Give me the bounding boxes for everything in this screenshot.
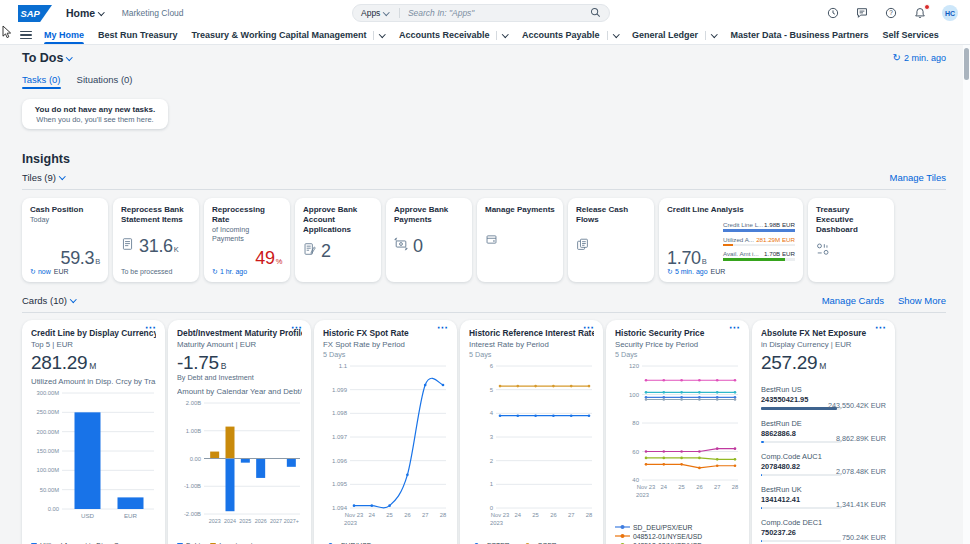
scrollbar[interactable] <box>963 45 970 544</box>
svg-text:25: 25 <box>678 484 684 490</box>
manage-cards-link[interactable]: Manage Cards <box>822 295 884 306</box>
svg-text:1.099: 1.099 <box>332 386 348 392</box>
tile-cash-position[interactable]: Cash PositionToday59.3B↻nowEUR <box>22 198 108 282</box>
exposure-display-value: 1,341.41K EUR <box>836 500 886 509</box>
exposure-label: Comp.Code DEC1 <box>761 518 886 527</box>
chevron-down-icon[interactable] <box>67 54 73 60</box>
exposure-row: BestRun UK1341412.411,341.41K EUR <box>761 485 886 510</box>
nav-tab-separator <box>705 31 706 40</box>
svg-text:100: 100 <box>629 391 640 397</box>
svg-text:1.098: 1.098 <box>332 410 348 416</box>
tile-credit-line-analysis[interactable]: Credit Line Analysis1.70BCredit Line L..… <box>659 198 803 282</box>
nav-tab-accounts-payable[interactable]: Accounts Payable <box>522 26 618 44</box>
card-chart-title: Amount by Calendar Year and Debt/... <box>177 387 302 396</box>
card-credit-line-by-display-currency[interactable]: ⋯Credit Line by Display CurrencyTop 5 | … <box>22 320 165 544</box>
tile-treasury-executive-dashboard[interactable]: Treasury Executive Dashboard <box>808 198 894 282</box>
svg-text:1.095: 1.095 <box>332 481 348 487</box>
bar-chart: 300.00M250.00M200.00M150.00M100.00M50.00… <box>31 388 156 522</box>
home-menu-button[interactable]: Home <box>66 7 104 19</box>
card-historic-fx-spot-rate[interactable]: ⋯Historic FX Spot RateFX Spot Rate by Pe… <box>314 320 457 544</box>
tile-refresh-label: ↻now <box>30 268 51 276</box>
tile-reprocessing-rate[interactable]: Reprocessing Rateof Incoming Payments49%… <box>204 198 290 282</box>
tile-release-cash-flows[interactable]: Release Cash Flows <box>568 198 654 282</box>
card-chart: 300.00M250.00M200.00M150.00M100.00M50.00… <box>31 388 156 526</box>
tile-title: Treasury Executive Dashboard <box>816 205 886 235</box>
search-icon[interactable] <box>590 4 601 22</box>
tile-approve-bank-payments[interactable]: Approve Bank Payments0 <box>386 198 472 282</box>
exposure-row: BestRun DE8862886.88,862.89K EUR <box>761 419 886 444</box>
tiles-filter[interactable]: Tiles (9) <box>22 172 64 183</box>
help-icon[interactable]: ? <box>884 6 898 20</box>
menu-icon[interactable] <box>20 31 32 40</box>
card-kpi-unit: M <box>819 361 826 371</box>
comparison-labels: Utilized A...281.29M EUR <box>723 236 795 243</box>
card-absolute-fx-net-exposure[interactable]: ⋯Absolute FX Net Exposurein Display Curr… <box>752 320 895 544</box>
sap-logo[interactable]: SAP <box>18 5 52 22</box>
svg-text:2.00B: 2.00B <box>186 400 201 406</box>
chevron-down-icon <box>70 296 76 302</box>
nav-tab-my-home[interactable]: My Home <box>44 26 84 44</box>
tile-header: Credit Line Analysis <box>667 205 795 215</box>
divider <box>22 189 946 190</box>
dashboard-icon <box>816 242 830 260</box>
line-chart: 120100806040Nov 2324252627282023 <box>615 360 740 500</box>
card-menu-button[interactable]: ⋯ <box>291 321 303 334</box>
activities-icon[interactable] <box>826 6 840 20</box>
shell-search[interactable]: Apps Search In: "Apps" <box>352 4 610 22</box>
notifications-icon[interactable] <box>913 6 927 20</box>
notification-badge <box>924 4 930 10</box>
search-scope-selector[interactable]: Apps <box>361 8 380 18</box>
todos-tab-tasks-0[interactable]: Tasks (0) <box>22 74 61 89</box>
chevron-down-icon[interactable] <box>613 31 619 37</box>
chevron-down-icon[interactable] <box>711 31 717 37</box>
card-menu-button[interactable]: ⋯ <box>437 321 449 334</box>
payment-icon <box>485 232 498 250</box>
cards-section: Cards (10) Manage Cards Show More ⋯Credi… <box>22 295 946 544</box>
shell-header: SAP Home Marketing Cloud Apps Search In:… <box>0 0 970 26</box>
refresh-button[interactable]: ↻ 2 min. ago <box>893 53 946 63</box>
tile-footer <box>485 267 555 276</box>
content-area: To Dos ↻ 2 min. ago Tasks (0)Situations … <box>0 45 970 544</box>
tile-header: Reprocessing Rateof Incoming Payments <box>212 205 282 243</box>
scrollbar-thumb[interactable] <box>964 48 969 80</box>
nav-tab-treasury-working-capital-management[interactable]: Treasury & Working Capital Management <box>192 26 385 44</box>
nav-tab-accounts-receivable[interactable]: Accounts Receivable <box>399 26 508 44</box>
tile-footer-text: EUR <box>54 268 69 275</box>
tile-manage-payments[interactable]: Manage Payments <box>477 198 563 282</box>
card-menu-button[interactable]: ⋯ <box>583 321 595 334</box>
avatar[interactable]: HC <box>942 5 958 21</box>
svg-text:25: 25 <box>532 512 538 518</box>
refresh-label: 2 min. ago <box>904 53 946 63</box>
chevron-down-icon[interactable] <box>380 31 386 37</box>
svg-text:SAP: SAP <box>21 8 41 18</box>
exposure-label: Comp.Code AUC1 <box>761 452 886 461</box>
legend-label: 048512-01/NYSE/USD <box>633 533 702 540</box>
tile-title: Approve Bank Payments <box>394 205 464 225</box>
nav-tab-self-services[interactable]: Self Services <box>883 26 939 44</box>
card-menu-button[interactable]: ⋯ <box>729 321 741 334</box>
line-chart: 6543210Nov 2324252627282023 <box>469 360 594 528</box>
card-debt-investment-maturity-profile[interactable]: ⋯Debt/Investment Maturity ProfileMaturit… <box>168 320 311 544</box>
nav-tab-label: Master Data - Business Partners <box>731 30 869 40</box>
exposure-display-value: 2,078.48K EUR <box>836 467 886 476</box>
card-historic-security-price[interactable]: ⋯Historic Security PriceSecurity Price b… <box>606 320 749 544</box>
nav-tab-general-ledger[interactable]: General Ledger <box>632 26 717 44</box>
svg-text:-1.00B: -1.00B <box>184 483 201 489</box>
cards-filter[interactable]: Cards (10) <box>22 295 75 306</box>
card-menu-button[interactable]: ⋯ <box>875 321 887 334</box>
card-menu-button[interactable]: ⋯ <box>145 321 157 334</box>
chevron-down-icon[interactable] <box>503 31 509 37</box>
nav-tab-best-run-treasury[interactable]: Best Run Treasury <box>98 26 178 44</box>
tile-reprocess-bank-statement-items[interactable]: Reprocess Bank Statement Items31.6KTo be… <box>113 198 199 282</box>
todos-tab-situations-0[interactable]: Situations (0) <box>77 74 133 89</box>
manage-tiles-link[interactable]: Manage Tiles <box>889 172 946 183</box>
tile-approve-bank-account-applications[interactable]: Approve Bank Account Applications2 <box>295 198 381 282</box>
comparison-labels: Avail. Amt i...1.70B EUR <box>723 250 795 257</box>
nav-tab-master-data-business-partners[interactable]: Master Data - Business Partners <box>731 26 869 44</box>
card-chart: 6543210Nov 2324252627282023 <box>469 360 594 532</box>
feedback-icon[interactable] <box>855 6 869 20</box>
card-title: Debt/Investment Maturity Profile <box>177 328 302 338</box>
show-more-link[interactable]: Show More <box>898 295 946 306</box>
svg-text:-2.00B: -2.00B <box>184 511 201 517</box>
card-historic-reference-interest-rate[interactable]: ⋯Historic Reference Interest RateInteres… <box>460 320 603 544</box>
